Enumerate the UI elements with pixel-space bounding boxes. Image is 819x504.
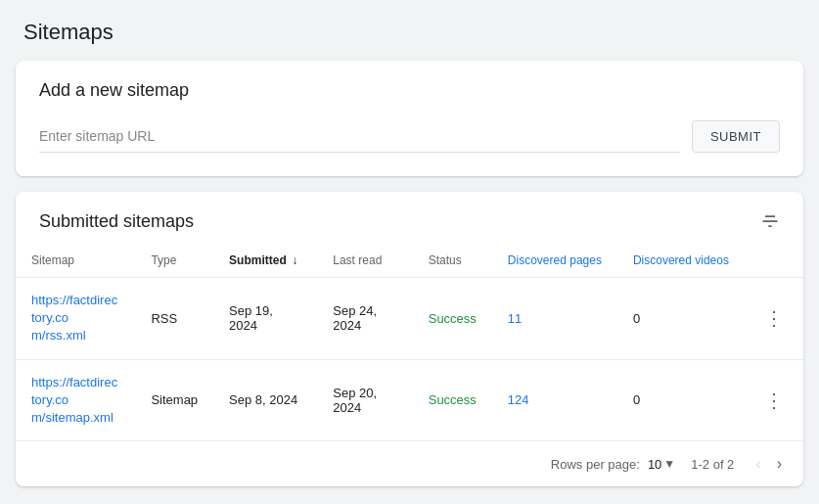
cell-type: Sitemap [135, 359, 213, 440]
sitemap-url-input[interactable] [39, 120, 680, 153]
pagination-row: Rows per page: 10 ▼ 1-2 of 2 ‹ › [16, 440, 803, 486]
add-sitemap-title: Add a new sitemap [39, 80, 780, 101]
col-status: Status [413, 244, 492, 278]
more-options-icon[interactable]: ⋮ [760, 304, 788, 332]
page-info: 1-2 of 2 [691, 457, 734, 472]
col-last-read: Last read [317, 244, 412, 278]
rows-per-page: Rows per page: 10 ▼ [551, 457, 675, 472]
sitemap-input-row: SUBMIT [39, 120, 780, 153]
more-options-icon[interactable]: ⋮ [760, 387, 788, 414]
rows-per-page-label: Rows per page: [551, 457, 640, 472]
sitemap-link[interactable]: https://factdirectory.com/sitemap.xml [31, 375, 117, 425]
cell-submitted: Sep 8, 2024 [213, 359, 317, 440]
submitted-sitemaps-card: Submitted sitemaps Sitemap Type Submitte… [16, 192, 803, 486]
col-sitemap: Sitemap [16, 244, 135, 278]
col-actions [745, 244, 803, 278]
sort-arrow-icon: ↓ [292, 253, 297, 267]
cell-sitemap: https://factdirectory.com/sitemap.xml [16, 359, 135, 440]
page-title: Sitemaps [0, 0, 819, 61]
submit-button[interactable]: SUBMIT [692, 120, 780, 153]
table-row: https://factdirectory.com/rss.xml RSS Se… [16, 278, 803, 360]
table-row: https://factdirectory.com/sitemap.xml Si… [16, 359, 803, 440]
sitemaps-table-container: Sitemap Type Submitted ↓ Last read Statu… [16, 244, 803, 440]
previous-page-button[interactable]: ‹ [750, 451, 766, 477]
cell-submitted: Sep 19, 2024 [213, 278, 317, 360]
cell-videos: 0 [617, 359, 745, 440]
cell-last-read: Sep 24, 2024 [317, 278, 412, 360]
filter-icon[interactable] [760, 212, 780, 232]
rows-per-page-select[interactable]: 10 ▼ [648, 457, 675, 472]
cell-type: RSS [135, 278, 213, 360]
col-discovered-pages: Discovered pages [492, 244, 617, 278]
sitemaps-header: Submitted sitemaps [16, 192, 803, 244]
col-discovered-videos: Discovered videos [617, 244, 745, 278]
sitemaps-table: Sitemap Type Submitted ↓ Last read Statu… [16, 244, 803, 440]
sitemaps-section-title: Submitted sitemaps [39, 211, 194, 232]
cell-pages: 11 [492, 278, 617, 360]
next-page-button[interactable]: › [771, 451, 788, 477]
cell-videos: 0 [617, 278, 745, 360]
page-navigation: ‹ › [750, 451, 788, 477]
sitemap-link[interactable]: https://factdirectory.com/rss.xml [31, 293, 117, 343]
cell-more: ⋮ [745, 278, 803, 360]
table-header-row: Sitemap Type Submitted ↓ Last read Statu… [16, 244, 803, 278]
chevron-down-icon: ▼ [663, 457, 675, 471]
cell-last-read: Sep 20, 2024 [317, 359, 412, 440]
cell-more: ⋮ [745, 359, 803, 440]
col-type: Type [135, 244, 213, 278]
add-sitemap-card: Add a new sitemap SUBMIT [16, 61, 803, 176]
cell-status: Success [413, 278, 492, 360]
cell-sitemap: https://factdirectory.com/rss.xml [16, 278, 135, 360]
cell-status: Success [413, 359, 492, 440]
cell-pages: 124 [492, 359, 617, 440]
rows-per-page-value: 10 [648, 457, 661, 472]
col-submitted[interactable]: Submitted ↓ [213, 244, 317, 278]
